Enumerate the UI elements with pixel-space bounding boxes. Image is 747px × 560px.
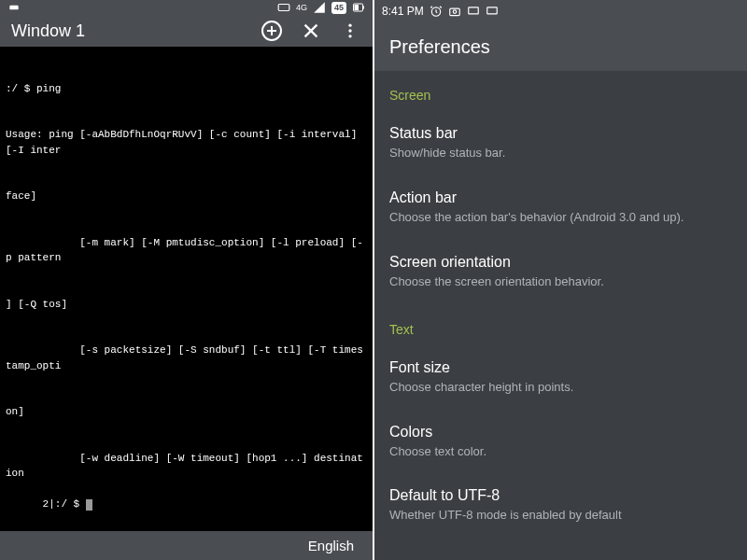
pref-colors[interactable]: Colors Choose text color. [374, 411, 747, 475]
section-header-screen: Screen [374, 71, 747, 112]
status-bar-left: 4G 45 [0, 0, 373, 16]
app-bar: Window 1 [0, 16, 373, 47]
preferences-screen: 8:41 PM Preferences Screen [374, 0, 747, 560]
page-title: Preferences [389, 36, 490, 58]
ime-bar[interactable]: English [0, 531, 373, 560]
pref-title: Screen orientation [389, 254, 732, 271]
pref-title: Colors [389, 424, 732, 441]
device-icon [486, 5, 499, 18]
svg-rect-1 [278, 5, 289, 11]
pref-title: Status bar [389, 125, 732, 142]
window-title: Window 1 [11, 21, 261, 41]
pref-subtitle: Choose the action bar's behavior (Androi… [389, 210, 732, 226]
pref-status-bar[interactable]: Status bar Show/hide status bar. [374, 112, 747, 176]
status-time: 8:41 PM [382, 5, 424, 18]
terminal-line: [-w deadline] [-W timeout] [hop1 ...] de… [6, 451, 367, 482]
svg-rect-16 [468, 7, 478, 14]
pref-subtitle: Whether UTF-8 mode is enabled by default [389, 508, 732, 524]
svg-point-11 [348, 30, 351, 33]
signal-icon [313, 1, 326, 14]
terminal-prompt: 2|:/ $ [43, 498, 92, 510]
overflow-menu-button[interactable] [339, 20, 361, 42]
battery-icon [352, 1, 365, 14]
terminal-line: ] [-Q tos] [6, 297, 367, 313]
camera-icon [448, 5, 461, 18]
terminal-line: Usage: ping [-aAbBdDfhLnOqrRUvV] [-c cou… [6, 127, 367, 158]
terminal-screen: 4G 45 Window 1 [0, 0, 374, 560]
preferences-title-bar: Preferences [374, 22, 747, 71]
terminal-line: :/ $ ping [6, 81, 367, 97]
svg-rect-3 [355, 5, 359, 10]
terminal-line: on] [6, 404, 367, 420]
preferences-list[interactable]: Screen Status bar Show/hide status bar. … [374, 71, 747, 560]
pref-title: Action bar [389, 189, 732, 206]
svg-rect-4 [363, 7, 364, 9]
svg-rect-0 [9, 6, 18, 10]
add-window-button[interactable] [261, 20, 283, 42]
terminal-line: [-m mark] [-M pmtudisc_option] [-l prelo… [6, 235, 367, 266]
svg-rect-17 [486, 7, 497, 14]
svg-rect-14 [449, 8, 459, 16]
ime-language-label: English [308, 538, 354, 553]
pref-title: Default to UTF-8 [389, 487, 732, 504]
pref-screen-orientation[interactable]: Screen orientation Choose the screen ori… [374, 241, 747, 305]
svg-point-15 [453, 10, 457, 13]
pref-title: Font size [389, 359, 732, 376]
cursor-icon [86, 499, 92, 511]
network-type: 4G [296, 3, 307, 12]
pref-action-bar[interactable]: Action bar Choose the action bar's behav… [374, 176, 747, 241]
notification-icon [7, 1, 21, 14]
pref-font-size[interactable]: Font size Choose character height in poi… [374, 346, 747, 411]
pref-default-utf8[interactable]: Default to UTF-8 Whether UTF-8 mode is e… [374, 474, 747, 539]
pref-subtitle: Show/hide status bar. [389, 146, 732, 161]
volte-icon [277, 1, 290, 14]
pref-subtitle: Choose character height in points. [389, 380, 732, 396]
terminal-line: [-s packetsize] [-S sndbuf] [-t ttl] [-T… [6, 343, 367, 373]
pref-subtitle: Choose text color. [389, 444, 732, 460]
section-header-text: Text [374, 305, 747, 346]
alarm-icon [430, 5, 443, 18]
close-button[interactable] [300, 20, 322, 42]
screen-icon [467, 5, 480, 18]
svg-point-10 [348, 24, 351, 27]
terminal-line: face] [6, 189, 367, 204]
battery-indicator: 45 [331, 2, 346, 14]
pref-subtitle: Choose the screen orientation behavior. [389, 274, 732, 290]
svg-point-12 [348, 35, 351, 37]
terminal-output[interactable]: :/ $ ping Usage: ping [-aAbBdDfhLnOqrRUv… [0, 47, 373, 532]
status-bar-right: 8:41 PM [374, 0, 747, 22]
